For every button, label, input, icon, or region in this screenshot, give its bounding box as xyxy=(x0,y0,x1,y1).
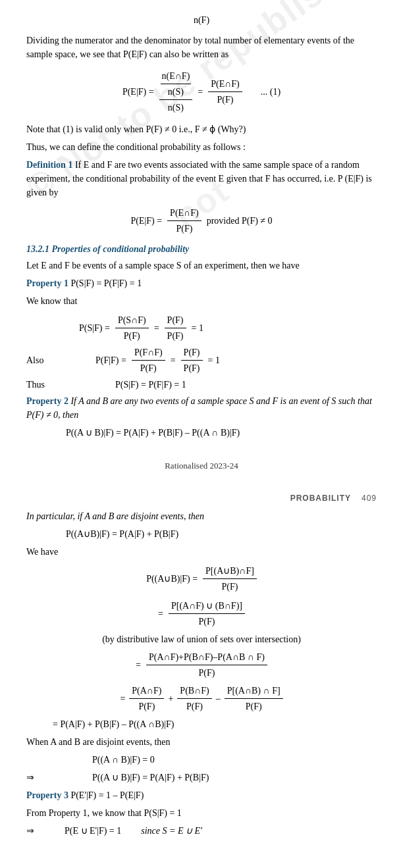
formula1-nested-frac: n(E∩F) n(S) n(S) xyxy=(159,69,193,115)
formula1-lhs: P(E|F) = xyxy=(122,85,154,99)
psf-result: = 1 xyxy=(192,321,203,335)
psf-frac1: P(S∩F) P(F) xyxy=(115,313,149,343)
also-line: Also P(F|F) = P(F∩F) P(F) = P(F) P(F) = … xyxy=(26,345,377,375)
bottom-section: In particular, if A and B are disjoint e… xyxy=(26,509,377,838)
formula1-rhs-frac: P(E∩F) P(F) xyxy=(208,77,242,107)
step4-frac-c: P[(A∩B) ∩ F] P(F) xyxy=(225,684,283,713)
def-formula: P(E|F) = P(E∩F) P(F) provided P(F) ≠ 0 xyxy=(26,206,377,236)
step2-frac: P[(A∩F) ∪ (B∩F)] P(F) xyxy=(169,599,245,628)
page-num: 409 xyxy=(362,492,377,504)
pff-eq: = xyxy=(171,353,176,367)
step3-eq: = xyxy=(136,658,141,672)
step3-frac: P(A∩F)+P(B∩F)–P(A∩B ∩ F) P(F) xyxy=(146,650,267,680)
psf-eq: = xyxy=(154,321,159,335)
property2-block: Property 2 If A and B are any two events… xyxy=(26,394,377,422)
section-13-2-1: 13.2.1 Properties of conditional probabi… xyxy=(26,242,377,440)
disjoint-label: When A and B are disjoint events, then xyxy=(26,735,377,749)
we-know-text: We know that xyxy=(26,294,377,308)
pff-formula: P(F|F) = P(F∩F) P(F) = P(F) P(F) = 1 xyxy=(95,345,220,375)
def-text: If E and F are two events associated wit… xyxy=(26,160,372,197)
formula1-ref: ... (1) xyxy=(261,85,281,99)
top-section: n(F) Dividing the numerator and the deno… xyxy=(26,13,377,236)
formula-1: P(E|F) = n(E∩F) n(S) n(S) = P(E∩F) P(F) … xyxy=(26,69,377,115)
page-header: PROBABILITY 409 xyxy=(26,492,377,504)
by-distributive: (by distributive law of union of sets ov… xyxy=(26,632,377,646)
section-intro: Let E and F be events of a sample space … xyxy=(26,259,377,272)
property2-label: Property 2 xyxy=(26,396,68,406)
pff-frac1: P(F∩F) P(F) xyxy=(132,345,165,375)
implies-symbol: ⇒ xyxy=(26,771,45,784)
p2-formula: P((A ∪ B)|F) = P(A|F) + P(B|F) – P((A ∩ … xyxy=(66,426,377,440)
step4-formula: = P(A∩F) P(F) + P(B∩F) P(F) – P[(A∩B) ∩ … xyxy=(26,684,377,713)
property3-text: P(E'|F) = 1 – P(E|F) xyxy=(68,790,144,800)
pff-result: = 1 xyxy=(208,353,220,367)
note1: Note that (1) is valid only when P(F) ≠ … xyxy=(26,122,377,136)
property1-label: Property 1 xyxy=(26,278,68,288)
property1-text: P(S|F) = P(F|F) = 1 xyxy=(68,278,142,288)
from-p1-text: From Property 1, we know that P(S|F) = 1 xyxy=(26,806,377,820)
step4-eq: = xyxy=(120,692,125,705)
def-label: Definition 1 xyxy=(26,160,72,170)
step2-formula: = P[(A∩F) ∪ (B∩F)] P(F) xyxy=(26,599,377,628)
implies2-symbol: ⇒ xyxy=(26,824,45,838)
property2-text: If A and B are any two events of a sampl… xyxy=(26,396,372,420)
def-formula-cond: provided P(F) ≠ 0 xyxy=(207,214,273,228)
step4-frac-a: P(A∩F) P(F) xyxy=(129,684,164,713)
implies-line: ⇒ P((A ∪ B)|F) = P(A|F) + P(B|F) xyxy=(26,771,377,784)
pff-frac2: P(F) P(F) xyxy=(181,345,203,375)
step4-minus: – xyxy=(216,692,221,705)
thus-text: P(S|F) = P(F|F) = 1 xyxy=(115,378,186,392)
step2-eq: = xyxy=(158,607,163,621)
step1-lhs: P((A∪B)|F) = xyxy=(146,572,198,586)
psf-frac2: P(F) P(F) xyxy=(165,313,186,343)
thus-line: Thus P(S|F) = P(F|F) = 1 xyxy=(26,378,377,392)
last-line: P(E ∪ E'|F) = 1 xyxy=(65,824,121,838)
def-formula-lhs: P(E|F) = xyxy=(130,214,162,228)
psf-formula: P(S|F) = P(S∩F) P(F) = P(F) P(F) = 1 xyxy=(79,313,377,343)
also-label: Also xyxy=(26,353,63,367)
step5: = P(A|F) + P(B|F) – P((A ∩B)|F) xyxy=(53,717,377,731)
particular-text: In particular, if A and B are disjoint e… xyxy=(26,509,377,523)
nf-label: n(F) xyxy=(26,13,377,27)
note2: Thus, we can define the conditional prob… xyxy=(26,140,377,154)
pff-lhs: P(F|F) = xyxy=(95,353,126,367)
step1-frac: P[(A∪B)∩F] P(F) xyxy=(203,564,257,594)
thus-label: Thus xyxy=(26,378,63,392)
property3-line: Property 3 P(E'|F) = 1 – P(E|F) xyxy=(26,788,377,802)
formula1-eq: = xyxy=(198,85,203,99)
rationalised-label: Rationalised 2023-24 xyxy=(26,459,377,472)
section-title: 13.2.1 Properties of conditional probabi… xyxy=(26,242,377,256)
step4-frac-b: P(B∩F) P(F) xyxy=(177,684,211,713)
property3-label: Property 3 xyxy=(26,790,68,800)
page-content: © Not to be republished not n(F) Dividin… xyxy=(26,13,377,838)
step4-plus: + xyxy=(168,692,173,705)
property1-line: Property 1 P(S|F) = P(F|F) = 1 xyxy=(26,276,377,290)
step3-formula: = P(A∩F)+P(B∩F)–P(A∩B ∩ F) P(F) xyxy=(26,650,377,680)
page-subject: PROBABILITY xyxy=(290,492,351,504)
step1-formula: P((A∪B)|F) = P[(A∪B)∩F] P(F) xyxy=(26,564,377,594)
nf-text: n(F) xyxy=(194,15,209,25)
def-formula-frac: P(E∩F) P(F) xyxy=(167,206,202,236)
definition-block: Definition 1 If E and F are two events a… xyxy=(26,158,377,199)
we-have-text: We have xyxy=(26,545,377,559)
particular-formula: P((A∪B)|F) = P(A|F) + P(B|F) xyxy=(66,527,377,541)
since-text: since S = E ∪ E' xyxy=(141,824,202,838)
implies2-line: ⇒ P(E ∪ E'|F) = 1 since S = E ∪ E' xyxy=(26,824,377,838)
disjoint2: P((A ∪ B)|F) = P(A|F) + P(B|F) xyxy=(92,771,209,784)
psf-lhs: P(S|F) = xyxy=(79,321,110,335)
intro-paragraph: Dividing the numerator and the denominat… xyxy=(26,34,377,61)
disjoint1: P((A ∩ B)|F) = 0 xyxy=(92,753,377,767)
